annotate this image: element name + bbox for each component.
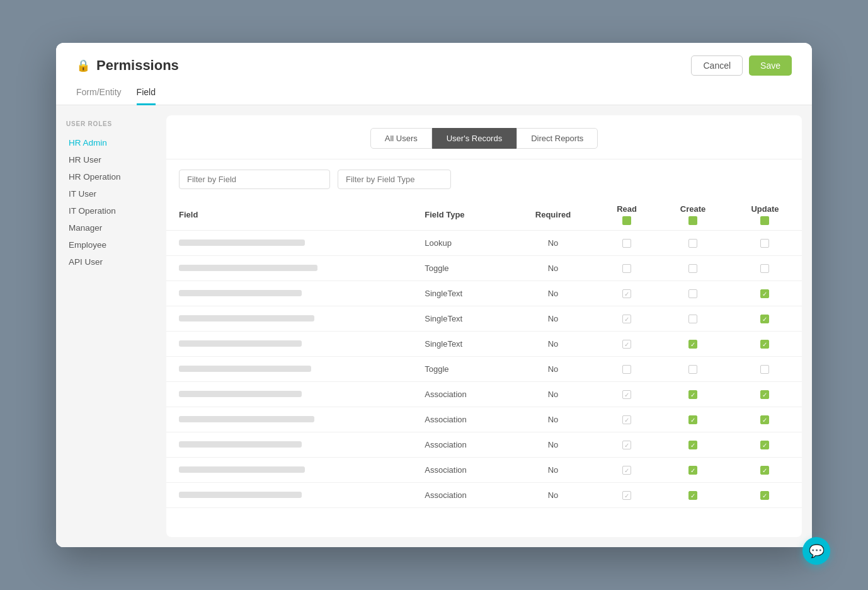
create-cell: [658, 458, 728, 483]
update-cell: [728, 458, 802, 483]
create-header-checkbox[interactable]: [688, 216, 697, 225]
record-tab-all-users[interactable]: All Users: [370, 128, 432, 149]
read-checkbox[interactable]: [622, 239, 631, 248]
read-cell: [596, 458, 658, 483]
table-row: ToggleNo: [166, 357, 802, 382]
sidebar-item-hr-admin[interactable]: HR Admin: [66, 135, 156, 151]
required-cell: No: [510, 483, 596, 508]
table-header-row: Field Field Type Required Read: [166, 199, 802, 231]
update-checkbox[interactable]: [760, 365, 769, 374]
read-checkbox[interactable]: [622, 466, 631, 475]
update-checkbox[interactable]: [760, 239, 769, 248]
header-left: 🔒 Permissions: [76, 57, 179, 74]
update-checkbox[interactable]: [760, 264, 769, 273]
sidebar-item-employee[interactable]: Employee: [66, 237, 156, 253]
read-cell: [596, 256, 658, 281]
table-row: AssociationNo: [166, 432, 802, 458]
update-cell: [728, 256, 802, 281]
field-cell: [166, 281, 414, 306]
sidebar-item-api-user[interactable]: API User: [66, 254, 156, 270]
create-checkbox[interactable]: [688, 415, 697, 424]
read-checkbox[interactable]: [622, 390, 631, 399]
create-checkbox[interactable]: [688, 466, 697, 475]
read-checkbox[interactable]: [622, 264, 631, 273]
col-update: Update: [728, 199, 802, 231]
create-cell: [658, 432, 728, 458]
header-right: Cancel Save: [691, 55, 792, 76]
create-checkbox[interactable]: [688, 340, 697, 349]
update-checkbox[interactable]: [760, 415, 769, 424]
create-checkbox[interactable]: [688, 289, 697, 298]
required-cell: No: [510, 432, 596, 458]
chat-button[interactable]: 💬: [802, 537, 830, 565]
col-field: Field: [166, 199, 414, 231]
create-checkbox[interactable]: [688, 491, 697, 500]
sidebar-item-hr-user[interactable]: HR User: [66, 152, 156, 168]
lock-icon: 🔒: [76, 59, 90, 72]
read-checkbox[interactable]: [622, 289, 631, 298]
create-checkbox[interactable]: [688, 441, 697, 449]
create-cell: [658, 382, 728, 407]
col-required: Required: [510, 199, 596, 231]
col-create: Create: [658, 199, 728, 231]
read-header-checkbox[interactable]: [622, 216, 631, 225]
tabs-bar: Form/Entity Field: [56, 76, 812, 105]
table-row: AssociationNo: [166, 458, 802, 483]
create-cell: [658, 256, 728, 281]
filter-field-input[interactable]: [179, 170, 330, 189]
update-checkbox[interactable]: [760, 289, 769, 298]
update-checkbox[interactable]: [760, 340, 769, 349]
sidebar-item-it-operation[interactable]: IT Operation: [66, 203, 156, 219]
create-checkbox[interactable]: [688, 390, 697, 399]
create-checkbox[interactable]: [688, 365, 697, 374]
read-checkbox[interactable]: [622, 441, 631, 449]
sidebar-item-manager[interactable]: Manager: [66, 220, 156, 236]
create-checkbox[interactable]: [688, 239, 697, 248]
record-tab-direct-reports[interactable]: Direct Reports: [517, 128, 598, 149]
update-checkbox[interactable]: [760, 491, 769, 500]
table-row: AssociationNo: [166, 483, 802, 508]
update-cell: [728, 306, 802, 332]
read-cell: [596, 281, 658, 306]
update-checkbox[interactable]: [760, 315, 769, 323]
read-checkbox[interactable]: [622, 315, 631, 323]
required-cell: No: [510, 231, 596, 256]
sidebar-item-it-user[interactable]: IT User: [66, 186, 156, 202]
main-window: 🔒 Permissions Cancel Save Form/Entity Fi…: [56, 43, 812, 547]
create-cell: [658, 357, 728, 382]
save-button[interactable]: Save: [749, 55, 792, 76]
update-checkbox[interactable]: [760, 390, 769, 399]
read-cell: [596, 357, 658, 382]
create-cell: [658, 332, 728, 357]
create-checkbox[interactable]: [688, 264, 697, 273]
tab-form-entity[interactable]: Form/Entity: [76, 82, 122, 105]
sidebar-item-hr-operation[interactable]: HR Operation: [66, 169, 156, 185]
table-row: SingleTextNo: [166, 281, 802, 306]
read-checkbox[interactable]: [622, 340, 631, 349]
read-checkbox[interactable]: [622, 365, 631, 374]
col-read: Read: [596, 199, 658, 231]
field-type-cell: Association: [414, 458, 510, 483]
permissions-table: Field Field Type Required Read: [166, 199, 802, 508]
filter-field-type-input[interactable]: [338, 170, 451, 189]
update-checkbox[interactable]: [760, 441, 769, 449]
create-cell: [658, 483, 728, 508]
read-checkbox[interactable]: [622, 415, 631, 424]
update-header-checkbox[interactable]: [760, 216, 769, 225]
filters-row: [166, 170, 802, 199]
required-cell: No: [510, 458, 596, 483]
update-checkbox[interactable]: [760, 466, 769, 475]
table-row: LookupNo: [166, 231, 802, 256]
create-checkbox[interactable]: [688, 315, 697, 323]
update-cell: [728, 357, 802, 382]
cancel-button[interactable]: Cancel: [691, 55, 743, 76]
field-cell: [166, 458, 414, 483]
field-type-cell: SingleText: [414, 332, 510, 357]
table-row: SingleTextNo: [166, 306, 802, 332]
record-tab-users-records[interactable]: User's Records: [432, 128, 517, 149]
update-cell: [728, 483, 802, 508]
tab-field[interactable]: Field: [137, 82, 156, 105]
field-cell: [166, 332, 414, 357]
table-row: AssociationNo: [166, 382, 802, 407]
read-checkbox[interactable]: [622, 491, 631, 500]
